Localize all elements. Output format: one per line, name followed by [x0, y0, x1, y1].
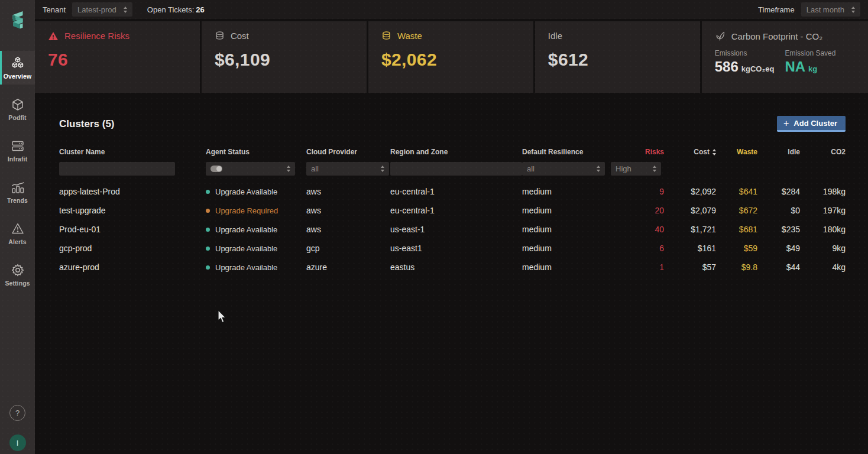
- sidebar-nav: Overview Podfit: [0, 51, 35, 299]
- metric-unit: kg: [808, 64, 817, 73]
- co2-value: 4kg: [800, 262, 846, 272]
- cloud-provider: azure: [306, 262, 390, 272]
- cloud-provider: gcp: [306, 244, 390, 253]
- card-carbon-footprint[interactable]: Carbon Footprint - CO₂ Emissions 586 kgC…: [702, 21, 868, 93]
- sidebar-item-alerts[interactable]: Alerts: [0, 216, 35, 250]
- sidebar-item-trends[interactable]: Trends: [0, 175, 35, 209]
- region-zone: us-east1: [390, 244, 522, 253]
- status-dot-icon: [206, 209, 210, 213]
- card-waste[interactable]: Waste $2,062: [368, 21, 533, 93]
- agent-status: Upgrade Required: [206, 206, 306, 215]
- card-title: Idle: [548, 31, 562, 41]
- emissions-metric: Emissions 586 kgCO₂eq: [715, 49, 785, 75]
- resilience-filter-select[interactable]: all: [522, 162, 605, 176]
- agent-status: Upgrade Available: [206, 263, 306, 272]
- sidebar: Overview Podfit: [0, 0, 35, 454]
- cubes-icon: [11, 56, 25, 70]
- emission-saved-metric: Emission Saved NA kg: [785, 49, 855, 75]
- cost-value: $2,079: [664, 206, 716, 215]
- sidebar-item-label: Settings: [5, 280, 30, 287]
- card-value: $612: [548, 50, 687, 70]
- col-default-resilience: Default Resilience: [522, 148, 611, 156]
- card-cost[interactable]: Cost $6,109: [202, 21, 367, 93]
- card-value: $2,062: [381, 50, 520, 70]
- waste-value: $9.8: [716, 262, 757, 272]
- add-cluster-button[interactable]: + Add Cluster: [777, 116, 846, 132]
- topbar: Tenant Latest-prod Open Tickets:26 Timef…: [35, 0, 868, 19]
- page-title: Clusters (5): [59, 118, 115, 130]
- table-row[interactable]: gcp-prod Upgrade Available gcp us-east1 …: [59, 239, 846, 258]
- metric-label: Emission Saved: [785, 49, 855, 57]
- cluster-name-filter-input[interactable]: [59, 162, 175, 176]
- col-idle: Idle: [757, 148, 800, 156]
- col-cost[interactable]: Cost: [664, 148, 716, 156]
- risks-filter-select[interactable]: High: [611, 162, 661, 176]
- metric-value: NA: [785, 59, 805, 75]
- idle-value: $0: [757, 206, 800, 215]
- idle-value: $44: [757, 262, 800, 272]
- default-resilience: medium: [522, 225, 611, 234]
- timeframe-select[interactable]: Last month: [801, 2, 860, 17]
- sidebar-bottom: ? I: [9, 405, 26, 454]
- clusters-table: Cluster Name Agent Status Cloud Provider…: [59, 148, 846, 277]
- warning-triangle-icon: [48, 31, 59, 41]
- col-cluster-name: Cluster Name: [59, 148, 206, 156]
- region-zone: eu-central-1: [390, 206, 522, 215]
- sidebar-item-podfit[interactable]: Podfit: [0, 92, 35, 126]
- table-header-row: Cluster Name Agent Status Cloud Provider…: [59, 148, 846, 156]
- agent-status: Upgrade Available: [206, 244, 306, 253]
- col-agent-status: Agent Status: [206, 148, 306, 156]
- cloud-provider-filter-select[interactable]: all: [306, 162, 389, 176]
- co2-value: 9kg: [800, 244, 846, 253]
- idle-value: $49: [757, 244, 800, 253]
- cluster-name: Prod-eu-01: [59, 225, 206, 234]
- table-row[interactable]: test-upgrade Upgrade Required aws eu-cen…: [59, 201, 846, 220]
- sidebar-item-infrafit[interactable]: Infrafit: [0, 134, 35, 167]
- cloud-provider: aws: [306, 187, 390, 196]
- card-title: Resilience Risks: [64, 31, 129, 41]
- col-waste: Waste: [716, 148, 757, 156]
- table-row[interactable]: Prod-eu-01 Upgrade Available aws us-east…: [59, 220, 846, 239]
- card-idle[interactable]: Idle $612: [535, 21, 700, 93]
- cluster-name: test-upgrade: [59, 206, 206, 215]
- user-avatar[interactable]: I: [9, 434, 26, 451]
- cost-value: $57: [664, 262, 716, 272]
- servers-icon: [11, 139, 25, 153]
- bar-chart-icon: [11, 180, 25, 194]
- region-filter-input[interactable]: [390, 162, 522, 176]
- cluster-name: apps-latest-Prod: [59, 187, 206, 196]
- default-resilience: medium: [522, 244, 611, 253]
- tenant-select[interactable]: Latest-prod: [72, 2, 132, 17]
- region-zone: eastus: [390, 262, 522, 272]
- col-region-zone: Region and Zone: [390, 148, 522, 156]
- region-zone: eu-central-1: [390, 187, 522, 196]
- app-root: Overview Podfit: [0, 0, 868, 454]
- stepper-icon: [381, 166, 384, 172]
- col-cloud-provider: Cloud Provider: [306, 148, 390, 156]
- sidebar-item-overview[interactable]: Overview: [0, 51, 35, 85]
- idle-value: $284: [757, 187, 800, 196]
- toggle-icon: [210, 166, 222, 172]
- sidebar-item-label: Podfit: [8, 114, 26, 121]
- risks-value: 40: [611, 225, 664, 234]
- sidebar-item-settings[interactable]: Settings: [0, 258, 35, 291]
- metric-unit: kgCO₂eq: [741, 64, 775, 73]
- status-dot-icon: [206, 247, 210, 251]
- agent-status: Upgrade Available: [206, 225, 306, 234]
- app-logo[interactable]: [0, 0, 35, 43]
- plus-icon: +: [783, 119, 789, 128]
- help-button[interactable]: ?: [9, 405, 25, 421]
- default-resilience: medium: [522, 206, 611, 215]
- agent-status-filter-select[interactable]: [206, 162, 295, 176]
- coins-icon: [381, 31, 391, 41]
- cost-value: $1,721: [664, 225, 716, 234]
- waste-value: $641: [716, 187, 757, 196]
- table-row[interactable]: apps-latest-Prod Upgrade Available aws e…: [59, 182, 846, 201]
- risks-value: 20: [611, 206, 664, 215]
- table-filter-row: all all High: [59, 162, 846, 176]
- cluster-name: azure-prod: [59, 262, 206, 272]
- open-tickets-count: 26: [196, 5, 204, 14]
- card-resilience-risks[interactable]: Resilience Risks 76: [35, 21, 200, 93]
- status-dot-icon: [206, 228, 210, 232]
- table-row[interactable]: azure-prod Upgrade Available azure eastu…: [59, 258, 846, 277]
